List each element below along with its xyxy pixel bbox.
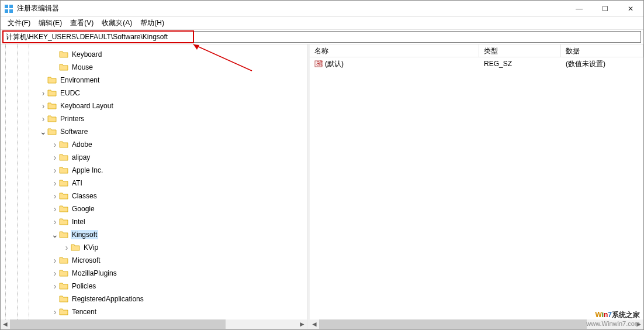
tree-node[interactable]: ›Classes: [3, 190, 307, 202]
column-header-name[interactable]: 名称: [310, 44, 479, 57]
expander-none: [51, 50, 59, 59]
chevron-right-icon[interactable]: ›: [51, 153, 59, 161]
scroll-left-icon[interactable]: ◄: [1, 319, 10, 329]
tree-node-label: Policies: [71, 281, 97, 291]
tree-node[interactable]: ›Adobe: [3, 138, 307, 151]
tree-node[interactable]: ⌄Kingsoft: [3, 228, 307, 241]
tree-scrollbar-horizontal[interactable]: ◄ ►: [1, 319, 307, 329]
tree-node-label: Kingsoft: [71, 230, 98, 239]
chevron-right-icon[interactable]: ›: [51, 269, 59, 277]
value-data: (数值未设置): [566, 59, 605, 69]
svg-rect-3: [9, 9, 13, 13]
string-value-icon: ab: [314, 60, 323, 68]
folder-icon: [59, 269, 68, 277]
chevron-right-icon[interactable]: ›: [51, 218, 59, 226]
tree-node-label: ATI: [71, 178, 84, 188]
tree-node[interactable]: RegisteredApplications: [3, 293, 307, 305]
folder-icon: [59, 140, 68, 149]
tree-node-label: Mouse: [71, 63, 94, 72]
chevron-right-icon[interactable]: ›: [39, 102, 47, 110]
tree-node[interactable]: ›EUDC: [3, 87, 307, 99]
chevron-right-icon[interactable]: ›: [51, 256, 59, 264]
menu-help[interactable]: 帮助(H): [137, 17, 168, 29]
tree-pane[interactable]: KeyboardMouseEnvironment›EUDC›Keyboard L…: [1, 44, 307, 329]
scroll-left-icon[interactable]: ◄: [310, 319, 319, 329]
folder-icon: [47, 76, 57, 84]
tree-node[interactable]: ›Keyboard Layout: [3, 99, 307, 112]
tree-node-label: Keyboard: [71, 50, 103, 59]
folder-icon: [59, 218, 68, 226]
tree-node-label: MozillaPlugins: [71, 269, 118, 278]
addressbar-container: 计算机\HKEY_USERS\.DEFAULT\Software\Kingsof…: [1, 30, 643, 44]
chevron-right-icon[interactable]: ›: [51, 282, 59, 290]
maximize-button[interactable]: ☐: [592, 1, 618, 17]
scroll-right-icon[interactable]: ►: [634, 319, 643, 329]
tree-node[interactable]: Keyboard: [3, 48, 307, 61]
chevron-right-icon[interactable]: ›: [51, 140, 59, 149]
folder-icon: [59, 256, 68, 264]
list-row[interactable]: ab(默认)REG_SZ(数值未设置): [310, 57, 643, 70]
column-header-data[interactable]: 数据: [561, 44, 643, 57]
expander-none: [39, 76, 47, 84]
chevron-down-icon[interactable]: ⌄: [51, 231, 59, 239]
tree-node[interactable]: ›Tencent: [3, 305, 307, 318]
tree-node[interactable]: ›Printers: [3, 112, 307, 125]
tree-node-label: KVip: [82, 243, 99, 252]
minimize-button[interactable]: —: [566, 1, 592, 17]
titlebar: 注册表编辑器 — ☐ ✕: [1, 1, 643, 17]
folder-icon: [47, 128, 57, 136]
svg-rect-1: [9, 5, 13, 8]
list-scrollbar-horizontal[interactable]: ◄ ►: [310, 319, 643, 329]
chevron-right-icon[interactable]: ›: [39, 115, 47, 123]
menu-edit[interactable]: 编辑(E): [35, 17, 65, 29]
chevron-right-icon[interactable]: ›: [51, 308, 59, 316]
window-title: 注册表编辑器: [17, 4, 566, 13]
menu-file[interactable]: 文件(F): [4, 17, 34, 29]
tree-node[interactable]: Mouse: [3, 61, 307, 74]
chevron-right-icon[interactable]: ›: [51, 192, 59, 200]
expander-none: [51, 63, 59, 71]
folder-icon: [59, 153, 68, 161]
svg-rect-2: [5, 9, 8, 13]
folder-icon: [59, 192, 68, 200]
tree-node-label: Environment: [59, 75, 101, 85]
folder-icon: [47, 89, 57, 97]
tree-node[interactable]: ›MozillaPlugins: [3, 267, 307, 280]
folder-icon: [59, 179, 68, 187]
chevron-right-icon[interactable]: ›: [51, 166, 59, 174]
folder-icon: [59, 50, 68, 59]
chevron-right-icon[interactable]: ›: [39, 89, 47, 97]
address-path: 计算机\HKEY_USERS\.DEFAULT\Software\Kingsof…: [6, 32, 168, 42]
menu-favorites[interactable]: 收藏夹(A): [98, 17, 136, 29]
tree-node[interactable]: ›Intel: [3, 215, 307, 228]
tree-node-label: Intel: [71, 217, 86, 226]
menu-view[interactable]: 查看(V): [67, 17, 97, 29]
list-pane[interactable]: 名称 类型 数据 ab(默认)REG_SZ(数值未设置) ◄ ►: [310, 44, 643, 329]
menubar: 文件(F) 编辑(E) 查看(V) 收藏夹(A) 帮助(H): [1, 17, 643, 30]
tree-node[interactable]: ⌄Software: [3, 125, 307, 138]
tree-node-label: Keyboard Layout: [59, 101, 115, 111]
chevron-down-icon[interactable]: ⌄: [39, 128, 47, 136]
scroll-right-icon[interactable]: ►: [297, 319, 307, 329]
value-type: REG_SZ: [484, 60, 512, 68]
tree-node-label: EUDC: [59, 88, 81, 98]
chevron-right-icon[interactable]: ›: [51, 179, 59, 187]
chevron-right-icon[interactable]: ›: [63, 243, 71, 252]
tree-node[interactable]: ›KVip: [3, 241, 307, 254]
tree-node[interactable]: ›Policies: [3, 280, 307, 293]
tree-node-label: Classes: [71, 191, 98, 201]
value-name: (默认): [325, 59, 344, 69]
tree-node[interactable]: Environment: [3, 74, 307, 87]
list-body: ab(默认)REG_SZ(数值未设置): [310, 57, 643, 70]
chevron-right-icon[interactable]: ›: [51, 205, 59, 213]
folder-icon: [59, 231, 68, 239]
tree-node[interactable]: ›Apple Inc.: [3, 164, 307, 177]
tree-node[interactable]: ›alipay: [3, 151, 307, 164]
address-input[interactable]: 计算机\HKEY_USERS\.DEFAULT\Software\Kingsof…: [3, 31, 641, 43]
folder-icon: [59, 308, 68, 316]
tree-node[interactable]: ›Google: [3, 202, 307, 215]
tree-node[interactable]: ›ATI: [3, 177, 307, 190]
column-header-type[interactable]: 类型: [479, 44, 561, 57]
close-button[interactable]: ✕: [618, 1, 643, 17]
tree-node[interactable]: ›Microsoft: [3, 254, 307, 267]
